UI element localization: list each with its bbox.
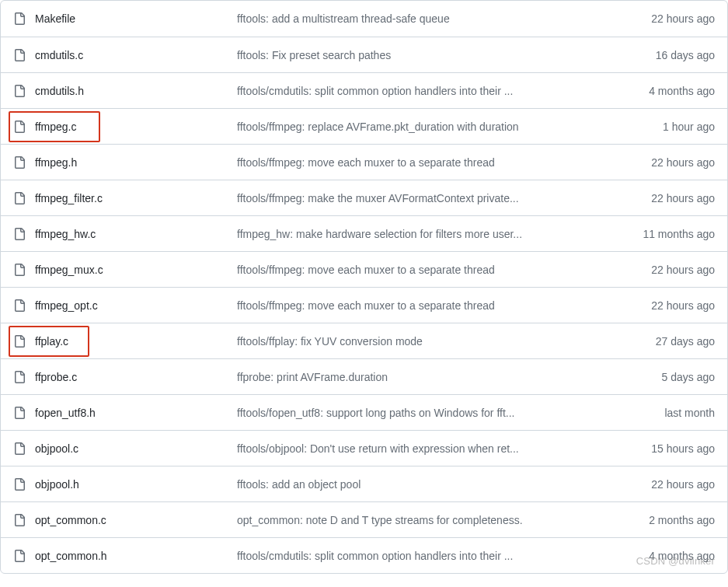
- icon-cell: [13, 49, 35, 61]
- file-list: Makefilefftools: add a multistream threa…: [0, 0, 728, 574]
- commit-message-cell: fftools/ffmpeg: move each muxer to a sep…: [237, 264, 622, 276]
- commit-time: 16 days ago: [622, 49, 715, 61]
- file-icon: [13, 49, 26, 61]
- commit-message-link[interactable]: fftools/ffmpeg: move each muxer to a sep…: [237, 299, 495, 312]
- commit-message-cell: opt_common: note D and T type streams fo…: [237, 514, 622, 526]
- commit-message-link[interactable]: fftools/cmdutils: split common option ha…: [237, 85, 513, 97]
- file-row: ffmpeg.cfftools/ffmpeg: replace AVFrame.…: [1, 108, 727, 144]
- file-name-cell: fopen_utf8.h: [35, 407, 237, 419]
- file-name-link[interactable]: ffmpeg_mux.c: [35, 264, 103, 276]
- icon-cell: [13, 478, 35, 491]
- file-name-link[interactable]: ffmpeg_opt.c: [35, 299, 98, 312]
- icon-cell: [13, 407, 35, 419]
- commit-message-link[interactable]: fftools/objpool: Don't use return with e…: [237, 442, 519, 455]
- commit-message-link[interactable]: fftools: Fix preset search pathes: [237, 49, 391, 61]
- icon-cell: [13, 228, 35, 240]
- file-icon: [13, 264, 26, 276]
- commit-time: 2 months ago: [622, 514, 715, 526]
- file-name-link[interactable]: cmdutils.c: [35, 49, 83, 61]
- commit-message-link[interactable]: fftools/cmdutils: split common option ha…: [237, 550, 513, 562]
- file-name-link[interactable]: ffmpeg.c: [35, 121, 76, 133]
- icon-cell: [13, 12, 35, 25]
- commit-time: 4 months ago: [622, 85, 715, 97]
- file-row: ffmpeg.hfftools/ffmpeg: move each muxer …: [1, 144, 727, 180]
- file-name-link[interactable]: opt_common.h: [35, 550, 107, 562]
- commit-message-cell: fftools/ffmpeg: replace AVFrame.pkt_dura…: [237, 121, 622, 133]
- file-name-link[interactable]: ffmpeg.h: [35, 156, 77, 169]
- file-name-link[interactable]: ffmpeg_hw.c: [35, 228, 96, 240]
- file-name-link[interactable]: Makefile: [35, 12, 75, 25]
- commit-message-cell: fftools/cmdutils: split common option ha…: [237, 550, 622, 562]
- commit-time: 22 hours ago: [622, 12, 715, 25]
- file-name-link[interactable]: ffmpeg_filter.c: [35, 192, 103, 204]
- commit-message-link[interactable]: fftools/fopen_utf8: support long paths o…: [237, 407, 514, 419]
- file-name-cell: opt_common.c: [35, 514, 237, 526]
- commit-message-link[interactable]: fftools/ffmpeg: make the muxer AVFormatC…: [237, 192, 519, 204]
- file-name-link[interactable]: objpool.c: [35, 442, 78, 455]
- icon-cell: [13, 121, 35, 133]
- icon-cell: [13, 85, 35, 97]
- file-row: ffmpeg_opt.cfftools/ffmpeg: move each mu…: [1, 287, 727, 323]
- commit-message-link[interactable]: fftools/ffmpeg: move each muxer to a sep…: [237, 156, 495, 169]
- commit-time: 22 hours ago: [622, 299, 715, 312]
- commit-message-link[interactable]: ffprobe: print AVFrame.duration: [237, 371, 388, 383]
- file-name-link[interactable]: ffprobe.c: [35, 371, 77, 383]
- commit-message-cell: fftools/ffmpeg: move each muxer to a sep…: [237, 299, 622, 312]
- file-name-link[interactable]: objpool.h: [35, 478, 79, 491]
- file-row: ffplay.cfftools/ffplay: fix YUV conversi…: [1, 323, 727, 358]
- commit-time: 22 hours ago: [622, 156, 715, 169]
- commit-message-cell: fftools: Fix preset search pathes: [237, 49, 622, 61]
- file-icon: [13, 228, 26, 240]
- commit-message-cell: fftools/objpool: Don't use return with e…: [237, 442, 622, 455]
- file-icon: [13, 12, 26, 25]
- file-name-cell: objpool.c: [35, 442, 237, 455]
- file-icon: [13, 121, 26, 133]
- file-name-cell: opt_common.h: [35, 550, 237, 562]
- commit-message-link[interactable]: fftools: add a multistream thread-safe q…: [237, 12, 450, 25]
- file-name-link[interactable]: ffplay.c: [35, 335, 68, 348]
- file-name-cell: ffprobe.c: [35, 371, 237, 383]
- file-row: cmdutils.hfftools/cmdutils: split common…: [1, 72, 727, 108]
- commit-message-cell: fftools: add an object pool: [237, 478, 622, 491]
- file-icon: [13, 192, 26, 204]
- file-row: fopen_utf8.hfftools/fopen_utf8: support …: [1, 394, 727, 430]
- file-name-cell: cmdutils.c: [35, 49, 237, 61]
- commit-message-link[interactable]: fftools/ffmpeg: move each muxer to a sep…: [237, 264, 495, 276]
- commit-time: 22 hours ago: [622, 478, 715, 491]
- file-row: objpool.hfftools: add an object pool22 h…: [1, 466, 727, 501]
- commit-time: 5 days ago: [622, 371, 715, 383]
- file-icon: [13, 407, 26, 419]
- icon-cell: [13, 192, 35, 204]
- file-row: cmdutils.cfftools: Fix preset search pat…: [1, 37, 727, 72]
- icon-cell: [13, 299, 35, 312]
- commit-message-link[interactable]: fftools/ffmpeg: replace AVFrame.pkt_dura…: [237, 121, 519, 133]
- file-name-link[interactable]: fopen_utf8.h: [35, 407, 96, 419]
- file-icon: [13, 156, 26, 169]
- commit-message-link[interactable]: fftools/ffplay: fix YUV conversion mode: [237, 335, 423, 348]
- commit-time: 4 months ago: [622, 550, 715, 562]
- file-icon: [13, 335, 26, 348]
- file-icon: [13, 514, 26, 526]
- file-name-link[interactable]: cmdutils.h: [35, 85, 84, 97]
- commit-message-cell: fftools/cmdutils: split common option ha…: [237, 85, 622, 97]
- commit-message-link[interactable]: fftools: add an object pool: [237, 478, 361, 491]
- file-icon: [13, 442, 26, 455]
- file-row: ffmpeg_filter.cfftools/ffmpeg: make the …: [1, 180, 727, 215]
- file-row: ffmpeg_hw.cffmpeg_hw: make hardware sele…: [1, 215, 727, 251]
- file-name-cell: Makefile: [35, 12, 237, 25]
- commit-message-link[interactable]: ffmpeg_hw: make hardware selection for f…: [237, 228, 522, 240]
- file-icon: [13, 85, 26, 97]
- commit-time: 22 hours ago: [622, 192, 715, 204]
- file-icon: [13, 371, 26, 383]
- file-icon: [13, 478, 26, 491]
- file-row: ffmpeg_mux.cfftools/ffmpeg: move each mu…: [1, 251, 727, 287]
- file-name-link[interactable]: opt_common.c: [35, 514, 106, 526]
- file-row: Makefilefftools: add a multistream threa…: [1, 1, 727, 37]
- icon-cell: [13, 550, 35, 562]
- commit-message-link[interactable]: opt_common: note D and T type streams fo…: [237, 514, 523, 526]
- commit-time: 15 hours ago: [622, 442, 715, 455]
- commit-time: 11 months ago: [622, 228, 715, 240]
- file-row: opt_common.copt_common: note D and T typ…: [1, 501, 727, 537]
- commit-time: last month: [622, 407, 715, 419]
- file-row: ffprobe.cffprobe: print AVFrame.duration…: [1, 358, 727, 394]
